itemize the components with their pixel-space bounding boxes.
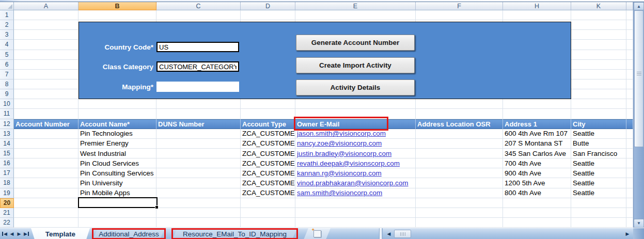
cell-L20[interactable] <box>626 198 633 208</box>
column-header-F[interactable]: F <box>416 2 503 10</box>
tab-template[interactable]: Template <box>31 228 90 239</box>
cell-D21[interactable] <box>241 208 295 218</box>
cell-K22[interactable] <box>571 218 626 228</box>
select-all-corner[interactable] <box>0 2 14 10</box>
cell-L22[interactable] <box>626 218 633 228</box>
cell-D17[interactable]: ZCA_CUSTOMER <box>241 168 295 178</box>
cell-E14[interactable]: nancy.zoe@visioncorp.com <box>295 139 416 149</box>
cell-K4[interactable] <box>571 40 626 50</box>
cell-K13[interactable]: Seattle <box>571 129 626 139</box>
tab-scrollbar-splitter[interactable] <box>379 228 383 239</box>
cell-F1[interactable] <box>416 10 503 20</box>
cell-K9[interactable] <box>571 89 626 99</box>
cell-K15[interactable]: San Francisco <box>571 149 626 158</box>
cell-A11[interactable] <box>14 109 78 119</box>
cell-L10[interactable] <box>626 99 633 109</box>
cell-H22[interactable] <box>503 218 571 228</box>
cell-K19[interactable]: Seattle <box>571 188 626 198</box>
cell-C19[interactable] <box>156 188 241 198</box>
cell-B16[interactable]: Pin Cloud Services <box>78 158 156 168</box>
cell-A12[interactable]: Account Number <box>14 119 78 129</box>
cell-C11[interactable] <box>156 109 241 119</box>
cell-C14[interactable] <box>156 139 241 149</box>
class-category-input[interactable] <box>156 61 239 72</box>
cell-E22[interactable] <box>295 218 416 228</box>
cell-H14[interactable]: 207 S Montana ST <box>503 139 571 149</box>
email-link[interactable]: sam.smith@visioncorp.com <box>297 189 382 197</box>
cell-A22[interactable] <box>14 218 78 228</box>
column-header-A[interactable]: A <box>14 2 78 10</box>
tab-additional-address[interactable]: Additional_Address <box>93 230 164 238</box>
cell-H18[interactable]: 1200 5th Ave <box>503 178 571 188</box>
horizontal-scrollbar-thumb[interactable] <box>394 230 411 238</box>
cell-K14[interactable]: Butte <box>571 139 626 149</box>
cell-A4[interactable] <box>14 40 78 50</box>
cell-K7[interactable] <box>571 70 626 79</box>
cell-A20[interactable] <box>14 198 78 208</box>
row-header-8[interactable]: 8 <box>0 79 14 89</box>
cell-L18[interactable] <box>626 178 633 188</box>
cell-F18[interactable] <box>416 178 503 188</box>
row-header-4[interactable]: 4 <box>0 40 14 50</box>
cell-D11[interactable] <box>241 109 295 119</box>
scroll-up-arrow-icon[interactable]: ▲ <box>634 2 644 10</box>
row-header-15[interactable]: 15 <box>0 149 14 158</box>
cell-E20[interactable] <box>295 198 416 208</box>
cell-A2[interactable] <box>14 20 78 30</box>
email-link[interactable]: jason.smith@visioncorp.com <box>297 130 386 137</box>
cell-F10[interactable] <box>416 99 503 109</box>
cell-L2[interactable] <box>626 20 633 30</box>
cell-B18[interactable]: Pin University <box>78 178 156 188</box>
column-header-D[interactable]: D <box>241 2 295 10</box>
cell-C18[interactable] <box>156 178 241 188</box>
cell-F15[interactable] <box>416 149 503 158</box>
column-header-L[interactable] <box>626 2 633 10</box>
cell-H10[interactable] <box>503 99 571 109</box>
cell-D20[interactable] <box>241 198 295 208</box>
cell-H15[interactable]: 345 San Carlos Ave <box>503 149 571 158</box>
row-header-1[interactable]: 1 <box>0 10 14 20</box>
cell-D12[interactable]: Account Type <box>241 119 295 129</box>
cell-K18[interactable]: Seattle <box>571 178 626 188</box>
cell-K20[interactable] <box>571 198 626 208</box>
cell-B1[interactable] <box>78 10 156 20</box>
cell-B22[interactable] <box>78 218 156 228</box>
scroll-down-arrow-icon[interactable]: ▼ <box>634 219 644 228</box>
cell-A21[interactable] <box>14 208 78 218</box>
cell-L14[interactable] <box>626 139 633 149</box>
cell-D19[interactable]: ZCA_CUSTOMER <box>241 188 295 198</box>
cell-L15[interactable] <box>626 149 633 158</box>
cell-L7[interactable] <box>626 70 633 79</box>
cell-F17[interactable] <box>416 168 503 178</box>
cell-L8[interactable] <box>626 79 633 89</box>
cell-A5[interactable] <box>14 50 78 60</box>
cell-F14[interactable] <box>416 139 503 149</box>
row-header-12[interactable]: 12 <box>0 119 14 129</box>
cell-L9[interactable] <box>626 89 633 99</box>
cell-F19[interactable] <box>416 188 503 198</box>
cell-L4[interactable] <box>626 40 633 50</box>
cell-F22[interactable] <box>416 218 503 228</box>
cell-H16[interactable]: 700 4th Ave <box>503 158 571 168</box>
column-header-B[interactable]: B <box>78 2 156 10</box>
cell-B19[interactable]: Pin Mobile Apps <box>78 188 156 198</box>
row-header-17[interactable]: 17 <box>0 168 14 178</box>
cell-D15[interactable]: ZCA_CUSTOMER <box>241 149 295 158</box>
row-header-5[interactable]: 5 <box>0 50 14 60</box>
cell-L13[interactable] <box>626 129 633 139</box>
cell-L17[interactable] <box>626 168 633 178</box>
cell-F21[interactable] <box>416 208 503 218</box>
cell-L6[interactable] <box>626 60 633 70</box>
row-header-2[interactable]: 2 <box>0 20 14 30</box>
cell-K21[interactable] <box>571 208 626 218</box>
cell-F16[interactable] <box>416 158 503 168</box>
cell-C17[interactable] <box>156 168 241 178</box>
email-link[interactable]: vinod.prabhakaran@visioncorp.com <box>297 179 409 187</box>
row-header-7[interactable]: 7 <box>0 70 14 79</box>
cell-F13[interactable] <box>416 129 503 139</box>
cell-A18[interactable] <box>14 178 78 188</box>
cell-B14[interactable]: Premier Energy <box>78 139 156 149</box>
cell-D18[interactable]: ZCA_CUSTOMER <box>241 178 295 188</box>
first-sheet-icon[interactable]: ◀ <box>1 228 8 239</box>
cell-E10[interactable] <box>295 99 416 109</box>
